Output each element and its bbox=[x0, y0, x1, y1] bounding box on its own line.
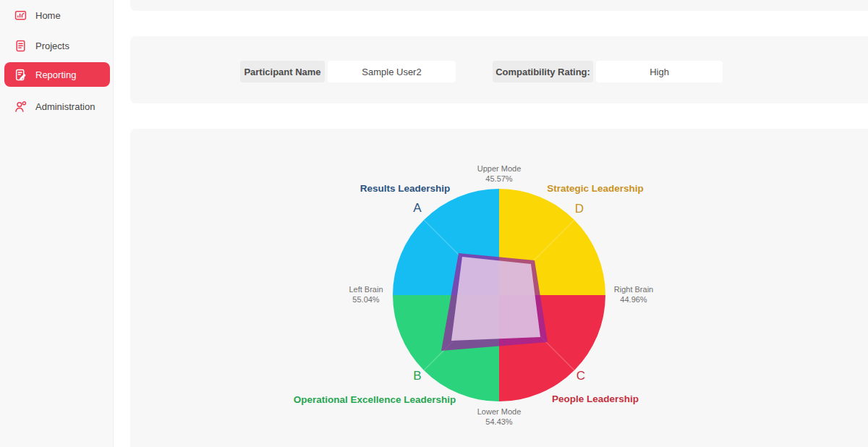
axis-value: 54.43% bbox=[456, 417, 542, 427]
quadrant-letter-b: B bbox=[403, 371, 432, 381]
sidebar-item-label: Home bbox=[35, 10, 61, 21]
axis-value: 45.57% bbox=[456, 174, 542, 184]
sidebar-item-label: Projects bbox=[35, 41, 69, 51]
quadrant-title-people: People Leadership bbox=[501, 394, 689, 404]
participant-name-value[interactable]: Sample User2 bbox=[328, 61, 456, 82]
app-window: Home Projects Reporting bbox=[0, 0, 868, 447]
quadrant-letter-a: A bbox=[403, 203, 432, 213]
sidebar: Home Projects Reporting bbox=[0, 0, 114, 447]
sidebar-item-label: Administration bbox=[35, 101, 95, 112]
axis-value: 44.96% bbox=[590, 294, 677, 305]
axis-label: Lower Mode bbox=[456, 406, 542, 417]
top-panel bbox=[130, 0, 868, 11]
sidebar-item-administration[interactable]: Administration bbox=[4, 94, 110, 119]
sidebar-item-label: Reporting bbox=[35, 69, 76, 80]
document-icon bbox=[14, 40, 27, 52]
axis-label: Upper Mode bbox=[456, 163, 542, 174]
profile-overlay-inner bbox=[451, 257, 540, 341]
compatibility-rating-value[interactable]: High bbox=[596, 61, 723, 82]
axis-lower-mode: Lower Mode 54.43% bbox=[456, 406, 542, 427]
quadrant-title-operational: Operational Excellence Leadership bbox=[281, 395, 469, 405]
sidebar-item-home[interactable]: Home bbox=[4, 3, 110, 27]
axis-value: 55.04% bbox=[323, 294, 409, 305]
participant-name-label: Participant Name bbox=[240, 61, 325, 82]
axis-label: Right Brain bbox=[590, 284, 677, 294]
quadrant-title-results: Results Leadership bbox=[311, 184, 499, 194]
sidebar-item-projects[interactable]: Projects bbox=[4, 33, 110, 58]
user-icon bbox=[14, 101, 27, 113]
quadrant-letter-d: D bbox=[565, 204, 594, 214]
compatibility-rating-label: Compatibility Rating: bbox=[493, 61, 593, 82]
sidebar-item-reporting[interactable]: Reporting bbox=[4, 62, 110, 87]
quadrant-title-strategic: Strategic Leadership bbox=[501, 184, 689, 194]
axis-right-brain: Right Brain 44.96% bbox=[590, 284, 677, 305]
axis-upper-mode: Upper Mode 45.57% bbox=[456, 163, 542, 184]
axis-left-brain: Left Brain 55.04% bbox=[323, 284, 409, 305]
axis-label: Left Brain bbox=[323, 284, 409, 294]
dashboard-icon bbox=[14, 9, 27, 22]
report-edit-icon bbox=[14, 69, 27, 81]
quadrant-letter-c: C bbox=[566, 371, 595, 381]
